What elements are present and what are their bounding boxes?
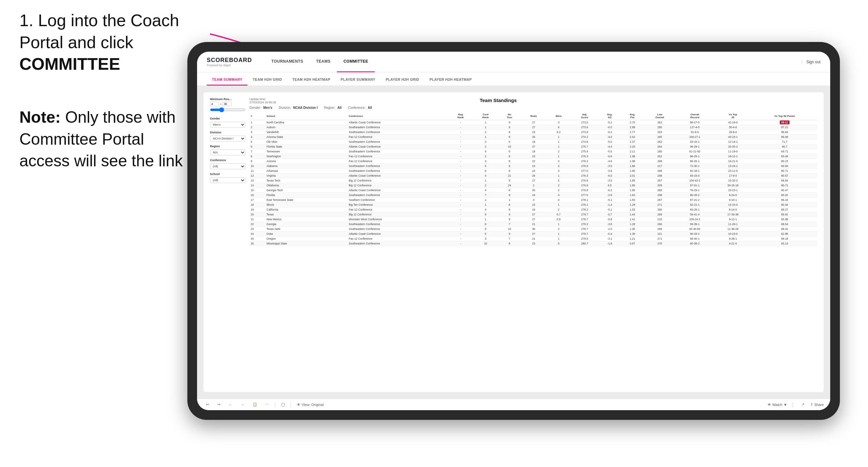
table-row[interactable]: 26Mississippi StateSoutheastern Conferen… <box>249 241 817 246</box>
table-cell: 80-25-2 <box>676 193 714 198</box>
toolbar-clock[interactable]: ◯ <box>278 401 287 408</box>
table-row[interactable]: 11ArkansasSoutheastern Conference-682332… <box>249 168 817 174</box>
table-row[interactable]: 20TexasBig 12 Conference-89270.7279.7-0.… <box>249 212 817 217</box>
table-row[interactable]: 18IllinoisBig Ten Conference-18231279.1-… <box>249 203 817 207</box>
table-cell: Pac-12 Conference <box>348 207 448 212</box>
sub-nav-team-summary[interactable]: TEAM SUMMARY <box>207 77 247 86</box>
table-cell: 17 <box>249 198 265 203</box>
toolbar-forward[interactable]: → <box>238 402 247 408</box>
table-cell: 83-25-1 <box>676 207 714 212</box>
table-cell: 3 <box>546 159 571 164</box>
table-cell: Alabama <box>265 164 347 168</box>
table-row[interactable]: 16FloridaSoutheastern Conference-7924427… <box>249 193 817 198</box>
logo-sub: Powered by clippd <box>207 64 252 67</box>
toolbar-back[interactable]: ← <box>226 402 235 408</box>
table-row[interactable]: 15Georgia TechAtlantic Coast Conference-… <box>249 188 817 193</box>
table-cell: 217 <box>644 164 676 168</box>
filter-school-select[interactable]: (All) <box>210 177 246 183</box>
filter-division-select[interactable]: NCAA Division I <box>210 136 246 142</box>
table-cell: 3 <box>249 130 265 135</box>
table-row[interactable]: 9ArizonaPac-12 Conference-38223276.3-4.6… <box>249 159 817 164</box>
table-row[interactable]: 7TennesseeSoutheastern Conference-461822… <box>249 149 817 154</box>
share-button[interactable]: ⇧ Share <box>810 402 824 407</box>
table-row[interactable]: 5Ole MissSoutheastern Conference-3618127… <box>249 139 817 144</box>
table-cell: 0 <box>546 241 571 246</box>
table-cell: 27 <box>521 125 547 130</box>
table-row[interactable]: 23Texas A&MSoutheastern Conference-91030… <box>249 227 817 231</box>
table-row[interactable]: 13Texas TechBig 12 Conference-19272276.9… <box>249 178 817 183</box>
table-cell: - <box>448 198 473 203</box>
table-cell: 3 <box>521 198 547 203</box>
watch-button[interactable]: 👁 Watch ▼ <box>768 403 787 407</box>
filter-gender-select[interactable]: Men's <box>210 122 246 128</box>
filter-min-rounds-from[interactable] <box>210 102 219 106</box>
nav-tournaments[interactable]: TOURNAMENTS <box>265 52 310 72</box>
table-cell: 24 <box>249 231 265 237</box>
table-cell: 5 <box>249 139 265 144</box>
filter-conference-select[interactable]: (All) <box>210 163 246 169</box>
table-cell: 59-39-1 <box>676 222 714 227</box>
table-row[interactable]: 22GeorgiaSoutheastern Conference-8721127… <box>249 222 817 227</box>
table-cell: 6 <box>498 139 521 144</box>
table-cell: -6.0 <box>598 154 621 159</box>
table-cell: 63-15-1 <box>676 139 714 144</box>
table-cell: -5.0 <box>598 139 621 144</box>
table-cell: 8 <box>498 207 521 212</box>
table-cell: 2.37 <box>621 139 644 144</box>
table-cell: 71.7 <box>752 139 817 144</box>
toolbar-more[interactable]: ⋯ <box>263 401 272 408</box>
table-cell: 86.08 <box>752 135 817 139</box>
table-header-row: # School Conference RegRank ConfRank NoT… <box>249 112 817 120</box>
table-row[interactable]: 2AuburnSoutheastern Conference-19276273.… <box>249 125 817 130</box>
table-cell: 65.98 <box>752 217 817 222</box>
nav-committee[interactable]: COMMITTEE <box>337 52 375 72</box>
table-cell: - <box>448 183 473 188</box>
app-header: SCOREBOARD Powered by clippd TOURNAMENTS… <box>197 52 830 72</box>
table-cell: 20 <box>249 212 265 217</box>
table-row[interactable]: 4Arizona StatePac-12 Conference-18261274… <box>249 135 817 139</box>
sub-nav-player-h2h-grid[interactable]: PLAYER H2H GRID <box>380 77 425 86</box>
min-rounds-slider[interactable] <box>210 107 246 113</box>
sign-out-button[interactable]: Sign out <box>806 60 820 64</box>
table-cell: Southeastern Conference <box>348 125 448 130</box>
table-cell: 68.18 <box>752 237 817 241</box>
table-cell: - <box>448 139 473 144</box>
toolbar-undo[interactable]: ↩ <box>204 401 212 408</box>
sign-out-area: | Sign out <box>802 60 820 64</box>
table-cell: 23 <box>521 168 547 174</box>
table-row[interactable]: 17East Tennessee StateSouthern Conferenc… <box>249 198 817 203</box>
table-cell: 80.71 <box>752 183 817 188</box>
table-row[interactable]: 21New MexicoMountain West Conference-192… <box>249 217 817 222</box>
table-row[interactable]: 3VanderbiltSoutheastern Conference-28236… <box>249 130 817 135</box>
table-row[interactable]: 6Florida StateAtlantic Coast Conference-… <box>249 144 817 149</box>
sub-nav-team-h2h-heatmap[interactable]: TEAM H2H HEATMAP <box>287 77 336 86</box>
table-row[interactable]: 10AlabamaSoutheastern Conference-5623327… <box>249 164 817 168</box>
table-row[interactable]: 12VirginiaAtlantic Coast Conference-4212… <box>249 174 817 178</box>
table-row[interactable]: 25OregonPac-12 Conference-37211279.5-3.1… <box>249 237 817 241</box>
table-cell: 23-11-0 <box>714 168 752 174</box>
table-cell: 27 <box>521 217 547 222</box>
table-row[interactable]: 19CaliforniaPac-12 Conference-48242278.2… <box>249 207 817 212</box>
table-cell: 279.7 <box>571 231 598 237</box>
sub-nav-player-h2h-heatmap[interactable]: PLAYER H2H HEATMAP <box>425 77 477 86</box>
table-cell: Pac-12 Conference <box>348 154 448 159</box>
table-row[interactable]: 14OklahomaBig 12 Conference-22422276.96.… <box>249 183 817 188</box>
toolbar-resize[interactable]: ↗ <box>799 401 807 408</box>
view-original-button[interactable]: 👁 View: Original <box>294 402 326 408</box>
table-row[interactable]: 24DukeAtlantic Coast Conference-59271279… <box>249 231 817 237</box>
filter-region-select[interactable]: N/A <box>210 150 246 155</box>
toolbar-copy[interactable]: 📋 <box>250 401 260 408</box>
filter-min-rounds-to[interactable] <box>223 102 231 106</box>
nav-teams[interactable]: TEAMS <box>310 52 337 72</box>
table-cell: 258 <box>644 193 676 198</box>
sub-nav-player-summary[interactable]: PLAYER SUMMARY <box>336 77 380 86</box>
table-cell: 2 <box>473 144 498 149</box>
sub-nav-team-h2h-grid[interactable]: TEAM H2H GRID <box>247 77 287 86</box>
table-cell: - <box>448 174 473 178</box>
table-cell: 267 <box>644 178 676 183</box>
table-row[interactable]: 1North CarolinaAtlantic Coast Conference… <box>249 120 817 125</box>
table-row[interactable]: 8WashingtonPac-12 Conference-28231276.3-… <box>249 154 817 159</box>
table-cell: 60.94 <box>752 164 817 168</box>
table-cell: 68.54 <box>752 222 817 227</box>
toolbar-redo[interactable]: ↪ <box>215 401 223 408</box>
